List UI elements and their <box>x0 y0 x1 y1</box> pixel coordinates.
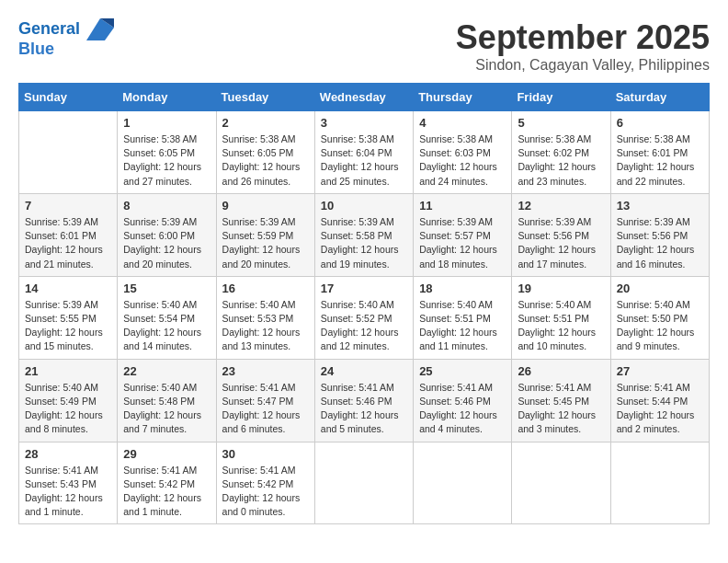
calendar-cell: 17Sunrise: 5:40 AMSunset: 5:52 PMDayligh… <box>314 276 413 359</box>
day-info: Sunrise: 5:40 AMSunset: 5:50 PMDaylight:… <box>617 298 703 354</box>
day-number: 16 <box>222 282 309 295</box>
calendar-cell: 18Sunrise: 5:40 AMSunset: 5:51 PMDayligh… <box>414 276 512 359</box>
day-number: 14 <box>25 282 111 295</box>
day-info: Sunrise: 5:39 AMSunset: 5:58 PMDaylight:… <box>321 215 407 271</box>
calendar-cell: 9Sunrise: 5:39 AMSunset: 5:59 PMDaylight… <box>216 193 314 276</box>
calendar-week-3: 14Sunrise: 5:39 AMSunset: 5:55 PMDayligh… <box>19 276 710 359</box>
calendar-cell: 19Sunrise: 5:40 AMSunset: 5:51 PMDayligh… <box>512 276 610 359</box>
day-info: Sunrise: 5:41 AMSunset: 5:46 PMDaylight:… <box>321 381 407 437</box>
calendar-cell: 12Sunrise: 5:39 AMSunset: 5:56 PMDayligh… <box>512 193 610 276</box>
day-info: Sunrise: 5:40 AMSunset: 5:48 PMDaylight:… <box>123 381 210 437</box>
day-info: Sunrise: 5:41 AMSunset: 5:44 PMDaylight:… <box>617 381 703 437</box>
day-info: Sunrise: 5:41 AMSunset: 5:42 PMDaylight:… <box>222 464 309 520</box>
calendar-cell: 5Sunrise: 5:38 AMSunset: 6:02 PMDaylight… <box>512 111 610 194</box>
day-info: Sunrise: 5:38 AMSunset: 6:04 PMDaylight:… <box>321 132 407 189</box>
calendar-header: SundayMondayTuesdayWednesdayThursdayFrid… <box>19 84 710 111</box>
location-title: Sindon, Cagayan Valley, Philippines <box>456 57 710 74</box>
day-info: Sunrise: 5:41 AMSunset: 5:45 PMDaylight:… <box>518 381 604 437</box>
calendar-cell: 28Sunrise: 5:41 AMSunset: 5:43 PMDayligh… <box>19 442 118 524</box>
day-number: 8 <box>123 199 210 213</box>
day-info: Sunrise: 5:40 AMSunset: 5:51 PMDaylight:… <box>419 298 506 354</box>
day-number: 4 <box>419 116 506 130</box>
day-number: 12 <box>518 199 604 213</box>
day-info: Sunrise: 5:39 AMSunset: 5:55 PMDaylight:… <box>25 298 111 354</box>
day-number: 3 <box>321 116 407 130</box>
calendar-cell: 14Sunrise: 5:39 AMSunset: 5:55 PMDayligh… <box>19 276 118 359</box>
calendar-cell: 21Sunrise: 5:40 AMSunset: 5:49 PMDayligh… <box>19 359 118 442</box>
calendar-week-2: 7Sunrise: 5:39 AMSunset: 6:01 PMDaylight… <box>19 193 710 276</box>
day-number: 30 <box>222 447 309 461</box>
calendar-table: SundayMondayTuesdayWednesdayThursdayFrid… <box>18 83 710 524</box>
calendar-cell: 15Sunrise: 5:40 AMSunset: 5:54 PMDayligh… <box>118 276 216 359</box>
day-number: 1 <box>123 116 210 130</box>
day-number: 27 <box>617 364 703 378</box>
day-number: 15 <box>123 282 210 295</box>
calendar-cell <box>512 442 610 524</box>
day-info: Sunrise: 5:38 AMSunset: 6:05 PMDaylight:… <box>123 132 210 189</box>
day-number: 17 <box>321 282 407 295</box>
day-info: Sunrise: 5:40 AMSunset: 5:51 PMDaylight:… <box>518 298 604 354</box>
page-header: General Blue September 2025 Sindon, Caga… <box>18 18 710 74</box>
calendar-cell: 4Sunrise: 5:38 AMSunset: 6:03 PMDaylight… <box>414 111 512 194</box>
day-number: 9 <box>222 199 309 213</box>
weekday-header-thursday: Thursday <box>414 84 512 111</box>
calendar-cell <box>314 442 413 524</box>
day-number: 6 <box>617 116 703 130</box>
weekday-header-monday: Monday <box>118 84 216 111</box>
calendar-cell: 26Sunrise: 5:41 AMSunset: 5:45 PMDayligh… <box>512 359 610 442</box>
day-info: Sunrise: 5:38 AMSunset: 6:02 PMDaylight:… <box>518 132 604 189</box>
day-number: 13 <box>617 199 703 213</box>
day-info: Sunrise: 5:41 AMSunset: 5:47 PMDaylight:… <box>222 381 309 437</box>
day-number: 11 <box>419 199 506 213</box>
calendar-cell: 10Sunrise: 5:39 AMSunset: 5:58 PMDayligh… <box>314 193 413 276</box>
day-info: Sunrise: 5:40 AMSunset: 5:53 PMDaylight:… <box>222 298 309 354</box>
calendar-cell: 6Sunrise: 5:38 AMSunset: 6:01 PMDaylight… <box>610 111 709 194</box>
logo-text: General <box>18 18 116 40</box>
calendar-cell: 16Sunrise: 5:40 AMSunset: 5:53 PMDayligh… <box>216 276 314 359</box>
day-number: 7 <box>25 199 111 213</box>
day-number: 25 <box>419 364 506 378</box>
calendar-cell: 13Sunrise: 5:39 AMSunset: 5:56 PMDayligh… <box>610 193 709 276</box>
day-info: Sunrise: 5:39 AMSunset: 6:00 PMDaylight:… <box>123 215 210 271</box>
calendar-cell <box>610 442 709 524</box>
calendar-cell: 22Sunrise: 5:40 AMSunset: 5:48 PMDayligh… <box>118 359 216 442</box>
calendar-cell: 27Sunrise: 5:41 AMSunset: 5:44 PMDayligh… <box>610 359 709 442</box>
day-info: Sunrise: 5:38 AMSunset: 6:05 PMDaylight:… <box>222 132 309 189</box>
day-number: 22 <box>123 364 210 378</box>
calendar-body: 1Sunrise: 5:38 AMSunset: 6:05 PMDaylight… <box>19 111 710 524</box>
calendar-cell: 11Sunrise: 5:39 AMSunset: 5:57 PMDayligh… <box>414 193 512 276</box>
day-info: Sunrise: 5:39 AMSunset: 5:56 PMDaylight:… <box>518 215 604 271</box>
day-info: Sunrise: 5:40 AMSunset: 5:54 PMDaylight:… <box>123 298 210 354</box>
day-number: 26 <box>518 364 604 378</box>
day-info: Sunrise: 5:39 AMSunset: 5:59 PMDaylight:… <box>222 215 309 271</box>
day-number: 28 <box>25 447 111 461</box>
logo: General Blue <box>18 18 116 59</box>
day-number: 2 <box>222 116 309 130</box>
calendar-cell: 24Sunrise: 5:41 AMSunset: 5:46 PMDayligh… <box>314 359 413 442</box>
weekday-header-friday: Friday <box>512 84 610 111</box>
calendar-cell: 1Sunrise: 5:38 AMSunset: 6:05 PMDaylight… <box>118 111 216 194</box>
day-number: 29 <box>123 447 210 461</box>
calendar-cell <box>19 111 118 194</box>
calendar-week-4: 21Sunrise: 5:40 AMSunset: 5:49 PMDayligh… <box>19 359 710 442</box>
day-number: 10 <box>321 199 407 213</box>
day-info: Sunrise: 5:39 AMSunset: 6:01 PMDaylight:… <box>25 215 111 271</box>
calendar-cell: 7Sunrise: 5:39 AMSunset: 6:01 PMDaylight… <box>19 193 118 276</box>
day-number: 5 <box>518 116 604 130</box>
day-info: Sunrise: 5:41 AMSunset: 5:43 PMDaylight:… <box>25 464 111 520</box>
calendar-week-1: 1Sunrise: 5:38 AMSunset: 6:05 PMDaylight… <box>19 111 710 194</box>
day-number: 19 <box>518 282 604 295</box>
day-info: Sunrise: 5:41 AMSunset: 5:42 PMDaylight:… <box>123 464 210 520</box>
weekday-header-tuesday: Tuesday <box>216 84 314 111</box>
calendar-cell: 29Sunrise: 5:41 AMSunset: 5:42 PMDayligh… <box>118 442 216 524</box>
logo-text-blue: Blue <box>18 40 116 59</box>
weekday-header-row: SundayMondayTuesdayWednesdayThursdayFrid… <box>19 84 710 111</box>
calendar-cell: 3Sunrise: 5:38 AMSunset: 6:04 PMDaylight… <box>314 111 413 194</box>
day-info: Sunrise: 5:40 AMSunset: 5:52 PMDaylight:… <box>321 298 407 354</box>
calendar-cell: 30Sunrise: 5:41 AMSunset: 5:42 PMDayligh… <box>216 442 314 524</box>
calendar-cell: 23Sunrise: 5:41 AMSunset: 5:47 PMDayligh… <box>216 359 314 442</box>
day-number: 18 <box>419 282 506 295</box>
calendar-cell <box>414 442 512 524</box>
calendar-cell: 8Sunrise: 5:39 AMSunset: 6:00 PMDaylight… <box>118 193 216 276</box>
calendar-cell: 2Sunrise: 5:38 AMSunset: 6:05 PMDaylight… <box>216 111 314 194</box>
